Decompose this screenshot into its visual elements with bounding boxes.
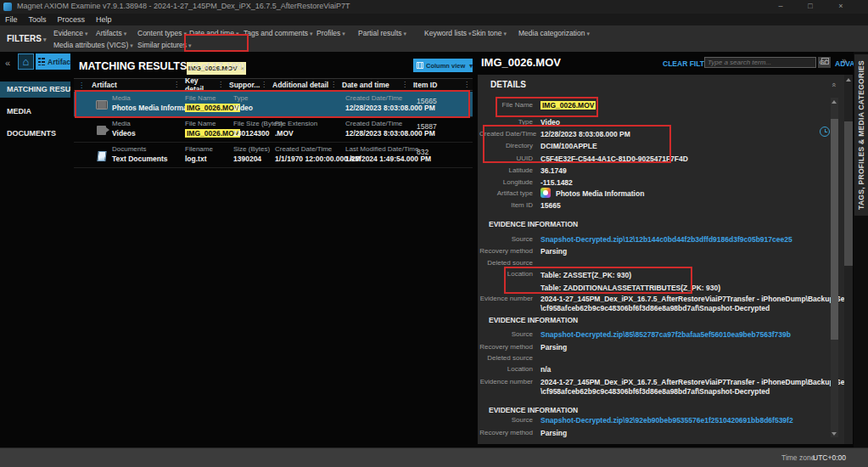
column-view-button[interactable]: Column view ▾ bbox=[413, 59, 473, 72]
menu-bar: File Tools Process Help bbox=[0, 14, 868, 25]
chevron-down-icon: ▾ bbox=[236, 31, 239, 37]
column-header-date-time[interactable]: Date and time⋮ bbox=[339, 78, 411, 91]
maximize-button[interactable]: □ bbox=[804, 0, 817, 13]
document-artifact-icon bbox=[97, 151, 106, 161]
collapse-sidebar-icon[interactable]: « bbox=[5, 58, 10, 68]
search-hit-highlight: IMG_0026.MOV bbox=[185, 129, 240, 138]
chevron-down-icon: ▾ bbox=[85, 31, 88, 37]
menu-process[interactable]: Process bbox=[58, 15, 86, 24]
video-artifact-icon bbox=[97, 126, 106, 135]
column-menu-icon[interactable]: ⋮ bbox=[173, 81, 180, 88]
filters-label[interactable]: FILTERS▾ bbox=[7, 34, 46, 43]
scroll-up-icon[interactable] bbox=[832, 100, 837, 104]
home-icon: ⌂ bbox=[23, 55, 30, 68]
evidence-section-title: EVIDENCE INFORMATION bbox=[489, 406, 578, 414]
scroll-up-icon[interactable] bbox=[846, 78, 851, 82]
column-menu-icon[interactable]: ⋮ bbox=[330, 81, 337, 88]
file-name-value: IMG_0026.MOV bbox=[540, 101, 596, 110]
filter-media-categorization[interactable]: Media categorization▾ bbox=[518, 29, 590, 37]
artifacts-nav-button[interactable]: Artifacts bbox=[36, 53, 70, 70]
timezone-label: Time zone bbox=[781, 453, 815, 462]
app-logo-icon bbox=[3, 3, 12, 11]
chevron-down-icon: ▾ bbox=[342, 31, 345, 37]
chevron-down-icon: ▾ bbox=[586, 31, 590, 37]
minimize-button[interactable]: – bbox=[774, 0, 787, 13]
filter-date-time[interactable]: Date and time▾ bbox=[189, 29, 238, 37]
panel-scrollbar-thumb[interactable] bbox=[844, 121, 853, 266]
filter-content-types[interactable]: Content types▾ bbox=[137, 29, 187, 37]
expand-panel-icon[interactable]: » bbox=[842, 56, 847, 65]
status-bar: Time zone UTC+0:00 bbox=[0, 447, 868, 467]
filter-profiles[interactable]: Profiles▾ bbox=[316, 29, 345, 37]
chevron-down-icon: ▾ bbox=[404, 31, 407, 37]
results-title: MATCHING RESULTS bbox=[79, 60, 187, 72]
results-heading: MATCHING RESULTS (3 of 17,199) bbox=[79, 60, 245, 72]
chevron-down-icon: ▾ bbox=[469, 62, 473, 70]
column-menu-icon[interactable]: ⋮ bbox=[401, 81, 408, 88]
filter-keyword-lists[interactable]: Keyword lists▾ bbox=[424, 29, 472, 37]
grip-column-header[interactable]: ⋮ bbox=[74, 78, 89, 91]
column-header-supporting[interactable]: Suppor...⋮ bbox=[227, 78, 270, 91]
search-input[interactable] bbox=[704, 57, 816, 68]
filter-evidence[interactable]: Evidence▾ bbox=[53, 29, 87, 37]
filter-tags-comments[interactable]: Tags and comments▾ bbox=[244, 29, 313, 37]
column-header-key-detail[interactable]: Key detail⋮ bbox=[182, 78, 227, 91]
details-card: DETAILS « File Name IMG_0026.MOV Type Vi… bbox=[478, 75, 853, 444]
grip-icon: ⋮ bbox=[78, 82, 85, 89]
menu-help[interactable]: Help bbox=[96, 15, 112, 24]
evidence-section-title: EVIDENCE INFORMATION bbox=[489, 316, 578, 324]
sidebar-item-matching-results[interactable]: MATCHING RESULTS bbox=[0, 82, 70, 98]
filter-skin-tone[interactable]: Skin tone▾ bbox=[472, 29, 507, 37]
details-scrollbar-thumb[interactable] bbox=[831, 119, 838, 340]
clock-icon[interactable] bbox=[820, 127, 830, 137]
collapse-section-icon[interactable]: « bbox=[830, 82, 838, 87]
sidebar-item-media[interactable]: MEDIA bbox=[0, 104, 70, 120]
chevron-down-icon: ▾ bbox=[183, 31, 187, 37]
home-button[interactable]: ⌂ bbox=[18, 53, 34, 70]
details-panel-title: IMG_0026.MOV bbox=[481, 56, 561, 69]
scroll-down-icon[interactable] bbox=[832, 432, 837, 436]
timezone-value[interactable]: UTC+0:00 bbox=[813, 453, 846, 462]
photos-artifact-icon bbox=[96, 100, 108, 110]
popout-icon[interactable] bbox=[821, 58, 829, 65]
column-menu-icon[interactable]: ⋮ bbox=[463, 81, 470, 88]
hierarchy-icon bbox=[38, 58, 45, 65]
table-row[interactable]: MediaVideos File NameIMG_0026.MOV File S… bbox=[74, 117, 473, 143]
window-title: Magnet AXIOM Examine v7.9.1.38948 - 2024… bbox=[17, 2, 350, 10]
column-menu-icon[interactable]: ⋮ bbox=[260, 81, 267, 88]
filter-similar-pictures[interactable]: Similar pictures▾ bbox=[137, 41, 192, 49]
filter-partial-results[interactable]: Partial results▾ bbox=[358, 29, 406, 37]
chevron-down-icon: ▾ bbox=[188, 42, 192, 48]
column-header-item-id[interactable]: Item ID⋮ bbox=[411, 78, 473, 91]
chevron-down-icon: ▾ bbox=[310, 31, 313, 37]
close-button[interactable]: × bbox=[834, 0, 848, 13]
details-section-title: DETAILS bbox=[490, 80, 526, 89]
filter-artifacts[interactable]: Artifacts▾ bbox=[96, 29, 126, 37]
menu-file[interactable]: File bbox=[5, 15, 18, 24]
chevron-down-icon: ▾ bbox=[43, 37, 47, 42]
filter-media-attributes[interactable]: Media attributes (VICS)▾ bbox=[53, 41, 133, 49]
search-hit-highlight: IMG_0026.MOV bbox=[540, 101, 596, 110]
table-row[interactable]: DocumentsText Documents Filenamelog.txt … bbox=[74, 143, 473, 168]
source-link[interactable]: Snapshot-Decrypted.zip\85\852787ca97f2ba… bbox=[540, 330, 791, 339]
title-bar: Magnet AXIOM Examine v7.9.1.38948 - 2024… bbox=[0, 0, 868, 14]
column-menu-icon[interactable]: ⋮ bbox=[217, 81, 224, 88]
results-count: (3 of 17,199) bbox=[190, 61, 245, 71]
menu-tools[interactable]: Tools bbox=[29, 15, 47, 24]
chevron-down-icon: ▾ bbox=[503, 31, 507, 37]
tags-profiles-media-categories-tab[interactable]: TAGS, PROFILES & MEDIA CATEGORIES bbox=[854, 54, 868, 216]
chevron-down-icon: ▾ bbox=[130, 42, 133, 48]
source-link[interactable]: Snapshot-Decrypted.zip\12\12b144c0bd44f2… bbox=[540, 235, 792, 244]
axiom-examine-window: Magnet AXIOM Examine v7.9.1.38948 - 2024… bbox=[0, 0, 868, 467]
photos-media-information-icon bbox=[540, 188, 551, 198]
column-header-additional[interactable]: Additional detail⋮ bbox=[270, 78, 339, 91]
chevron-down-icon: ▾ bbox=[124, 31, 127, 37]
search-hit-highlight: IMG_0026.MOV bbox=[185, 104, 240, 112]
column-header-artifact[interactable]: Artifact⋮ bbox=[89, 78, 182, 91]
evidence-section-title: EVIDENCE INFORMATION bbox=[489, 220, 578, 228]
source-link[interactable]: Snapshot-Decrypted.zip\92\92eb90beb95355… bbox=[540, 416, 793, 425]
table-row[interactable]: MediaPhotos Media Information File NameI… bbox=[74, 92, 473, 117]
sidebar-item-documents[interactable]: DOCUMENTS bbox=[0, 126, 70, 142]
columns-icon bbox=[417, 62, 423, 69]
filter-bar: FILTERS▾ Evidence▾ Artifacts▾ Content ty… bbox=[0, 25, 868, 52]
